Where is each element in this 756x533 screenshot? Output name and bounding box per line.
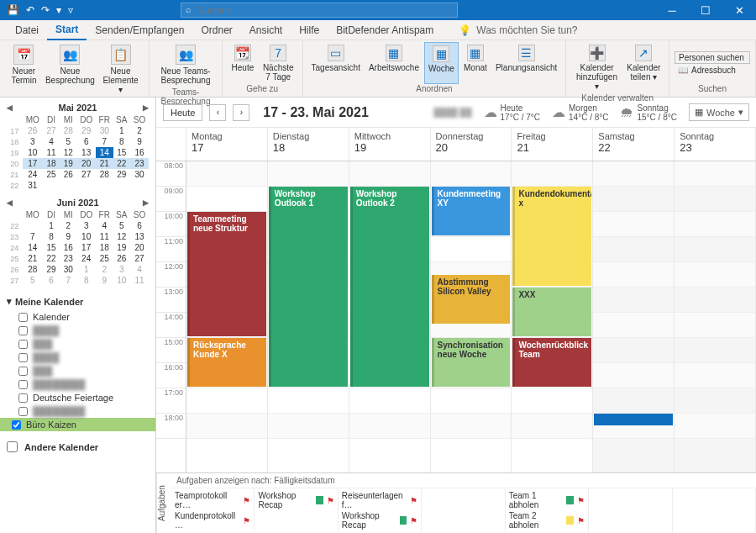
group-gehezu-label: Gehe zu: [228, 84, 297, 95]
day-column[interactable]: Kundendokumentation xXXXWochenrückblick …: [512, 161, 593, 472]
day-column[interactable]: Kundenmeeting XYAbstimmung Silicon Valle…: [431, 161, 512, 472]
share-calendar-button[interactable]: ↗Kalender teilen ▾: [624, 42, 664, 93]
week-view-button[interactable]: ▦Woche: [424, 42, 459, 84]
minical-june[interactable]: ◀Juni 2021▶MODIMIDOFRSASO221234562378910…: [0, 193, 155, 288]
new-meeting-button[interactable]: 👥Neue Besprechung: [45, 42, 96, 97]
task-item[interactable]: Team 1 abholen⚑: [509, 490, 585, 510]
search-icon: ⌕: [186, 4, 192, 14]
book-icon: 📖: [678, 66, 688, 75]
redo-icon[interactable]: ↷: [41, 4, 50, 16]
task-item[interactable]: Workshop Recap⚑: [342, 510, 417, 530]
new-appointment-button[interactable]: 📅Neuer Termin: [5, 42, 43, 97]
save-icon[interactable]: 💾: [7, 4, 19, 16]
day-column[interactable]: Workshop Outlook 2: [349, 161, 431, 472]
week-icon: 7: [270, 45, 286, 61]
weather-icon: ☁: [484, 104, 497, 120]
day-header[interactable]: Freitag21: [512, 128, 593, 161]
addressbook-button[interactable]: 📖Adressbuch: [675, 65, 750, 76]
qat-more-icon[interactable]: ▾: [56, 4, 61, 16]
day-header[interactable]: Donnerstag20: [431, 128, 512, 161]
day-view-button[interactable]: ▭Tagesansicht: [308, 42, 364, 84]
event[interactable]: Kundendokumentation x: [512, 187, 591, 286]
add-calendar-button[interactable]: ➕Kalender hinzufügen ▾: [571, 42, 622, 93]
task-item[interactable]: Teamprotokoll er…⚑: [175, 490, 250, 510]
day-header[interactable]: Dienstag18: [268, 128, 349, 161]
my-calendars-group[interactable]: ▾Meine Kalender: [7, 293, 149, 310]
day-header[interactable]: Samstag22: [593, 128, 675, 161]
calendar-icon: ▦: [695, 107, 703, 118]
view-selector[interactable]: ▦Woche▾: [689, 103, 749, 121]
chevron-icon: ▾: [7, 296, 12, 307]
task-item[interactable]: Team 2 abholen⚑: [509, 510, 585, 530]
tasks-label: Aufgaben: [156, 473, 171, 533]
event[interactable]: Abstimmung Silicon Valley: [432, 275, 511, 324]
group-suchen-label: Suchen: [675, 84, 750, 95]
close-button[interactable]: ✕: [722, 4, 756, 17]
cal-buero-kaizen[interactable]: Büro Kaizen: [0, 418, 155, 431]
event[interactable]: Kundenmeeting XY: [432, 187, 511, 235]
cal-item-hidden5[interactable]: ████████: [7, 377, 149, 391]
other-calendars-group[interactable]: Andere Kalender: [7, 438, 149, 456]
schedule-view-button[interactable]: ☰Planungsansicht: [492, 42, 560, 84]
schedule-icon: ☰: [518, 45, 535, 61]
new-items-button[interactable]: 📋Neue Elemente ▾: [97, 42, 144, 97]
event[interactable]: Workshop Outlook 1: [269, 187, 348, 387]
day-column[interactable]: Workshop Outlook 1: [268, 161, 349, 472]
cal-item-hidden3[interactable]: ████: [7, 351, 149, 364]
cal-item-hidden1[interactable]: ████: [7, 324, 149, 337]
day-header[interactable]: Sonntag23: [675, 128, 756, 161]
event[interactable]: Wochenrückblick Team: [512, 338, 591, 387]
day-header[interactable]: Montag17: [186, 128, 268, 161]
event[interactable]: Synchronisation neue Woche: [432, 338, 511, 387]
event[interactable]: Workshop Outlook 2: [350, 187, 429, 387]
workweek-view-button[interactable]: ▦Arbeitswoche: [365, 42, 423, 84]
calendar-list: ▾Meine Kalender Kalender ████ ███ ████ █…: [0, 288, 155, 461]
next-week-button[interactable]: ›: [233, 104, 249, 121]
search-input[interactable]: [181, 3, 458, 18]
task-item[interactable]: Workshop Recap⚑: [258, 490, 333, 510]
month-view-button[interactable]: ▦Monat: [460, 42, 491, 84]
time-grid[interactable]: 08:0009:0010:0011:0012:0013:0014:0015:00…: [156, 161, 756, 472]
tab-start[interactable]: Start: [47, 20, 87, 40]
cal-kalender[interactable]: Kalender: [7, 310, 149, 324]
tasks-header[interactable]: Aufgaben anzeigen nach: Fälligkeitsdatum: [171, 473, 756, 488]
task-item[interactable]: Kundenprotokoll …⚑: [175, 510, 250, 530]
day-header[interactable]: Mittwoch19: [349, 128, 431, 161]
prev-week-button[interactable]: ‹: [209, 104, 226, 121]
day-column[interactable]: [675, 161, 756, 472]
tab-ordner[interactable]: Ordner: [192, 21, 240, 40]
day-column[interactable]: [593, 161, 675, 472]
allday-event[interactable]: [594, 414, 673, 425]
today-button[interactable]: Heute: [163, 104, 202, 121]
search-people-input[interactable]: Personen suchen: [675, 51, 750, 64]
tab-bitdefender[interactable]: BitDefender Antispam: [328, 21, 442, 40]
event[interactable]: XXX: [512, 288, 591, 336]
cal-item-hidden2[interactable]: ███: [7, 337, 149, 351]
weather-icon: ☁: [552, 104, 565, 120]
next7-button[interactable]: 7Nächste 7 Tage: [260, 42, 297, 84]
tab-datei[interactable]: Datei: [7, 21, 47, 40]
task-item[interactable]: Reiseunterlagen f…⚑: [342, 490, 417, 510]
qat-overflow-icon[interactable]: ▿: [68, 4, 73, 16]
goto-today-button[interactable]: 📆Heute: [228, 42, 258, 84]
tab-ansicht[interactable]: Ansicht: [241, 21, 291, 40]
calendar-header: Heute ‹ › 17 - 23. Mai 2021 ████ ██ ☁Heu…: [156, 98, 756, 128]
titlebar: 💾 ↶ ↷ ▾ ▿ ⌕ ─ ☐ ✕: [0, 0, 756, 20]
teams-meeting-button[interactable]: 👥Neue Teams- Besprechung: [155, 42, 217, 87]
today-icon: 📆: [234, 45, 251, 61]
event[interactable]: Teammeeting neue Struktur: [187, 212, 266, 336]
cal-item-hidden6[interactable]: ████████: [7, 404, 149, 418]
tell-me[interactable]: 💡Was möchten Sie tun?: [459, 24, 577, 36]
cal-feiertage[interactable]: Deutsche Feiertage: [7, 391, 149, 404]
tasks-panel: Aufgaben Aufgaben anzeigen nach: Fälligk…: [156, 472, 756, 533]
minimize-button[interactable]: ─: [655, 4, 689, 17]
search-box[interactable]: ⌕: [181, 3, 458, 18]
cal-item-hidden4[interactable]: ███: [7, 364, 149, 377]
tab-senden[interactable]: Senden/Empfangen: [87, 21, 192, 40]
day-column[interactable]: Teammeeting neue StrukturRücksprache Kun…: [186, 161, 268, 472]
maximize-button[interactable]: ☐: [689, 4, 722, 17]
tab-hilfe[interactable]: Hilfe: [291, 21, 328, 40]
event[interactable]: Rücksprache Kunde X: [187, 338, 266, 387]
undo-icon[interactable]: ↶: [26, 4, 34, 16]
minical-may[interactable]: ◀Mai 2021▶MODIMIDOFRSASO1726272829301218…: [0, 98, 155, 193]
